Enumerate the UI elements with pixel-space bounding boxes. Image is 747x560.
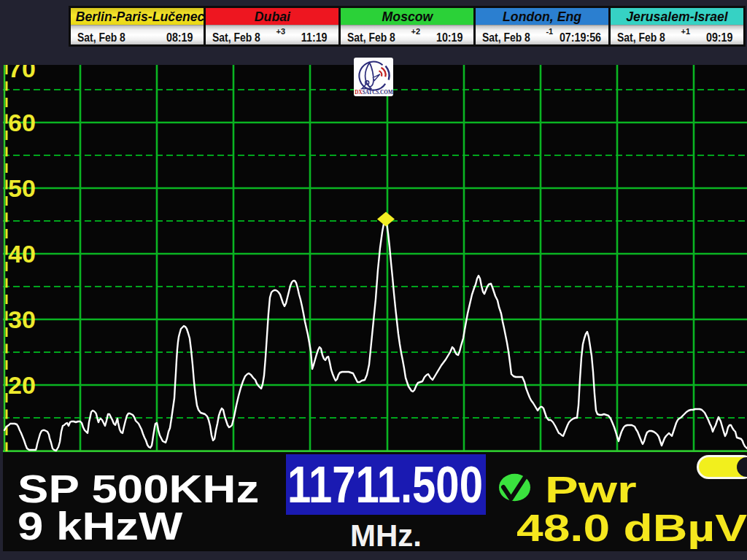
svg-text:50: 50 [8,174,36,202]
svg-text:70: 70 [8,65,36,82]
svg-text:30: 30 [8,306,36,333]
svg-text:DXSATCS.COM: DXSATCS.COM [355,88,392,96]
svg-text:40: 40 [8,240,36,268]
svg-text:60: 60 [8,109,36,136]
svg-text:20: 20 [8,371,36,399]
